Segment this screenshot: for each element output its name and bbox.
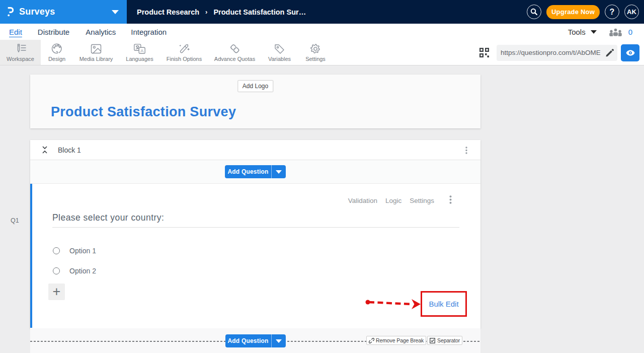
svg-text:A: A [140,48,143,53]
